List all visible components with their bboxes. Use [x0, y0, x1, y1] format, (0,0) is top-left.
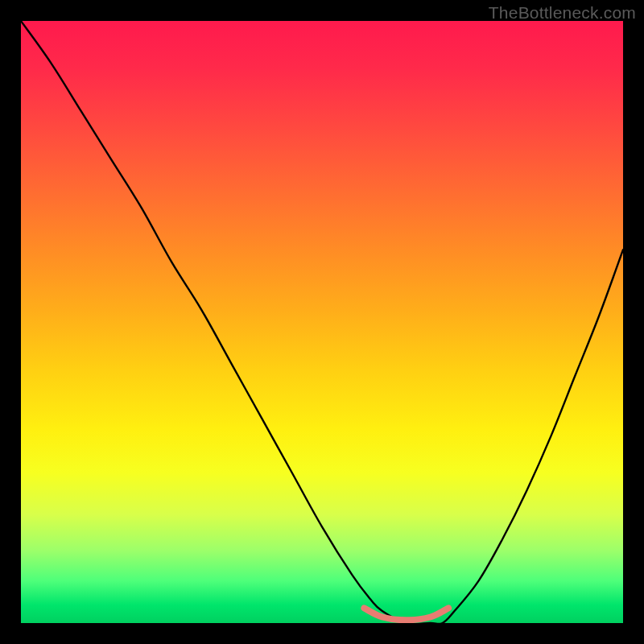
highlight-segment — [364, 608, 448, 620]
plot-area — [21, 21, 623, 623]
curve-overlay — [21, 21, 623, 623]
watermark-text: TheBottleneck.com — [489, 3, 636, 23]
bottleneck-curve — [21, 21, 623, 623]
chart-frame: TheBottleneck.com — [0, 0, 644, 644]
